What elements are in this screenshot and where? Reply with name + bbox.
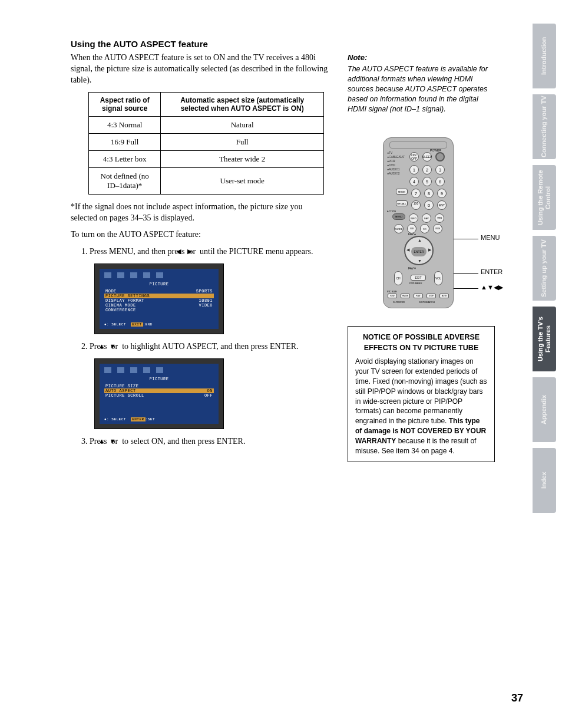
note-heading: Note: [348, 53, 495, 62]
enter-button: ENTER [411, 247, 427, 256]
side-tabs: Introduction Connecting your TV Using th… [533, 24, 562, 519]
tab-features[interactable]: Using the TV's Features [533, 307, 556, 371]
cell: 4:3 Normal [89, 116, 161, 133]
aspect-table: Aspect ratio of signal source Automatic … [88, 92, 324, 195]
osd-screenshot-1: PICTURE MODESPORTS PICTURE SETTINGS DISP… [94, 263, 224, 334]
notice-box: NOTICE OF POSSIBLE ADVERSE EFFECTS ON TV… [348, 326, 495, 462]
cell: 4:3 Letter box [89, 150, 161, 167]
osd-title: PICTURE [104, 377, 214, 381]
step-text: 2. Press [81, 342, 109, 351]
step-text: 1. Press MENU, and then press [81, 247, 187, 256]
page-number: 37 [511, 692, 523, 704]
cell: 16:9 Full [89, 133, 161, 150]
osd-screenshot-2: PICTURE PICTURE SIZE AUTO ASPECTON PICTU… [94, 358, 224, 429]
menu-button: MENU [392, 213, 405, 220]
tab-index[interactable]: Index [533, 448, 556, 513]
section-heading: Using the AUTO ASPECT feature [71, 39, 330, 49]
notice-text: Avoid displaying stationary images on yo… [355, 357, 487, 425]
callout-enter: ENTER [481, 268, 503, 275]
cell: Not defined (no ID–1data)* [89, 167, 161, 194]
step-2: 2. Press ▲ or ▼ to highlight AUTO ASPECT… [92, 341, 330, 353]
callout-arrows: ▲▼◀▶ [481, 284, 503, 291]
dpad: ▲ ▼ ◀ ▶ ENTER [404, 236, 434, 265]
step-3: 3. Press ▲ or ▼ to select ON, and then p… [92, 436, 330, 447]
step-text: to highlight AUTO ASPECT, and then press… [120, 342, 299, 351]
note-body: The AUTO ASPECT feature is available for… [348, 64, 495, 114]
tab-connecting[interactable]: Connecting your TV [533, 94, 556, 159]
table-header-left: Aspect ratio of signal source [89, 92, 161, 116]
remote-diagram: ●TV●CABLE/SAT●VCR●DVD●AUDIO1●AUDIO2 POWE… [383, 137, 454, 308]
cell: Natural [161, 116, 324, 133]
tab-introduction[interactable]: Introduction [533, 24, 556, 88]
footnote: *If the signal does not include aspect i… [71, 202, 330, 224]
tab-remote-control[interactable]: Using the Remote Control [533, 165, 556, 230]
cell: Theater wide 2 [161, 150, 324, 167]
intro-paragraph: When the AUTO ASPECT feature is set to O… [71, 52, 330, 86]
step-1: 1. Press MENU, and then press ◀ or ▶ unt… [92, 246, 330, 258]
action-label: ACTION [387, 210, 396, 213]
table-header-right: Automatic aspect size (automatically sel… [161, 92, 324, 116]
cell: Full [161, 133, 324, 150]
cell: User-set mode [161, 167, 324, 194]
side-column: Note: The AUTO ASPECT feature is availab… [348, 39, 495, 462]
callout-menu: MENU [481, 234, 500, 241]
turn-on-lead: To turn on the AUTO ASPECT feature: [71, 229, 330, 241]
step-text: 3. Press [81, 437, 109, 446]
tab-appendix[interactable]: Appendix [533, 377, 556, 442]
step-text: until the PICTURE menu appears. [198, 247, 313, 256]
notice-heading: NOTICE OF POSSIBLE ADVERSE EFFECTS ON TV… [355, 332, 487, 353]
osd-title: PICTURE [104, 282, 214, 286]
tab-setting-up[interactable]: Setting up your TV [533, 236, 556, 301]
main-column: Using the AUTO ASPECT feature When the A… [71, 39, 330, 453]
step-text: to select ON, and then press ENTER. [120, 437, 246, 446]
